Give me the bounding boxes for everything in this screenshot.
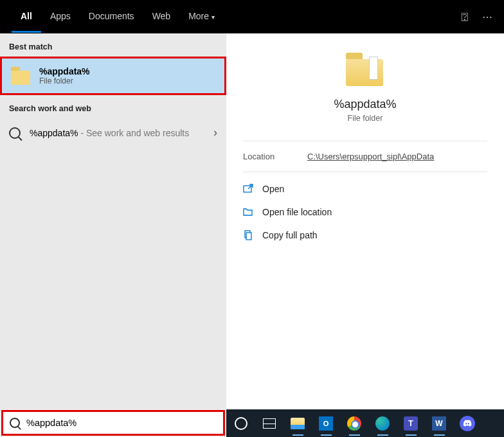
tab-all[interactable]: All: [12, 1, 41, 33]
taskbar-edge[interactable]: [372, 413, 393, 434]
taskbar-teams[interactable]: T: [400, 413, 422, 434]
location-row: Location C:\Users\erpsupport_sipl\AppDat…: [226, 141, 504, 172]
search-icon: [10, 418, 20, 428]
tab-documents[interactable]: Documents: [80, 1, 143, 33]
chrome-icon: [347, 416, 361, 431]
search-box[interactable]: [1, 410, 225, 436]
svg-rect-2: [246, 233, 251, 240]
chevron-right-icon: ›: [213, 126, 217, 139]
word-icon: W: [432, 416, 446, 431]
preview-subtitle: File folder: [226, 114, 504, 123]
best-match-subtitle: File folder: [39, 76, 90, 85]
more-options-icon[interactable]: ⋯: [482, 11, 492, 23]
feedback-icon[interactable]: ⍰: [462, 11, 468, 22]
taskbar-outlook[interactable]: O: [315, 413, 337, 434]
web-suffix: - See work and web results: [78, 128, 190, 138]
copy-icon: [243, 230, 253, 240]
action-copy-path[interactable]: Copy full path: [238, 224, 492, 247]
tab-web[interactable]: Web: [143, 1, 180, 33]
explorer-icon: [291, 418, 305, 429]
section-best-match: Best match: [0, 33, 226, 57]
action-open-location[interactable]: Open file location: [238, 201, 492, 224]
folder-open-icon: [243, 207, 253, 217]
tab-apps[interactable]: Apps: [41, 1, 80, 33]
chevron-down-icon: ▾: [212, 13, 215, 21]
folder-icon: [346, 53, 384, 86]
search-input[interactable]: [26, 418, 217, 428]
best-match-title: %appdata%: [39, 66, 90, 76]
web-query: %appdata%: [30, 128, 78, 138]
tab-more[interactable]: More▾: [179, 1, 224, 33]
results-pane: Best match %appdata% File folder Search …: [0, 33, 226, 409]
web-search-result[interactable]: %appdata% - See work and web results ›: [0, 118, 226, 147]
search-scope-tabs: All Apps Documents Web More▾ ⍰ ⋯: [0, 0, 504, 33]
cortana-icon: [235, 417, 248, 430]
search-icon: [9, 127, 21, 139]
location-link[interactable]: C:\Users\erpsupport_sipl\AppData: [307, 152, 434, 161]
taskbar-chrome[interactable]: [343, 413, 365, 434]
taskbar-cortana[interactable]: [230, 413, 252, 434]
taskbar-discord[interactable]: [456, 413, 478, 434]
location-label: Location: [243, 152, 307, 161]
taskbar-taskview[interactable]: [258, 413, 280, 434]
preview-title: %appdata%: [226, 98, 504, 111]
folder-icon: [11, 67, 32, 85]
open-icon: [243, 184, 253, 194]
preview-pane: %appdata% File folder Location C:\Users\…: [226, 33, 504, 409]
taskview-icon: [263, 418, 276, 429]
teams-icon: T: [404, 416, 418, 431]
best-match-result[interactable]: %appdata% File folder: [0, 57, 226, 95]
action-open[interactable]: Open: [238, 177, 492, 201]
outlook-icon: O: [319, 416, 333, 431]
taskbar-explorer[interactable]: [287, 413, 309, 434]
discord-icon: [460, 416, 475, 431]
section-search-web: Search work and web: [0, 95, 226, 118]
edge-icon: [375, 416, 390, 431]
taskbar-word[interactable]: W: [428, 413, 450, 434]
taskbar: O T W: [226, 409, 504, 437]
